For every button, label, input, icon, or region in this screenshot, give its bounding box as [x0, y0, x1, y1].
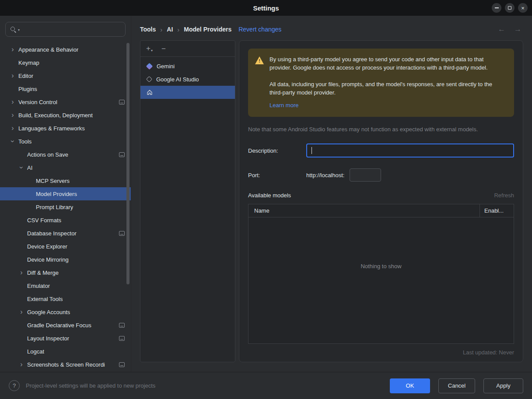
sidebar-item-label: Model Providers [36, 191, 77, 197]
help-icon: ? [13, 382, 16, 389]
provider-item[interactable]: Gemini [140, 60, 235, 73]
chevron-icon[interactable]: › [7, 70, 18, 81]
add-dropdown-icon: ▾ [151, 49, 153, 52]
chevron-icon[interactable]: › [7, 44, 18, 55]
sidebar-item[interactable]: MCP Servers [0, 174, 131, 187]
apply-button[interactable]: Apply [483, 378, 523, 393]
cancel-button[interactable]: Cancel [438, 378, 475, 393]
sidebar-item[interactable]: Device Mirroring [0, 253, 131, 266]
chevron-icon[interactable]: › [16, 359, 27, 370]
sidebar-item-label: Gradle Declarative Focus [27, 322, 91, 329]
port-label: Port: [248, 172, 306, 178]
sidebar-item[interactable]: Emulator [0, 279, 131, 292]
close-icon: × [521, 5, 525, 11]
maximize-icon [508, 6, 511, 10]
window-controls: × [492, 3, 528, 13]
forward-icon[interactable]: → [514, 25, 522, 34]
revert-changes-link[interactable]: Revert changes [238, 26, 281, 33]
chevron-icon [16, 319, 27, 331]
chevron-icon[interactable]: › [16, 267, 27, 278]
port-input[interactable] [350, 168, 381, 182]
search-icon [10, 26, 17, 33]
chevron-icon [7, 83, 18, 94]
sidebar-item-label: Google Accounts [27, 309, 70, 315]
sidebar-item[interactable]: Prompt Library [0, 200, 131, 214]
chevron-icon [16, 228, 27, 239]
sidebar-item[interactable]: ›Google Accounts [0, 305, 131, 318]
sidebar-item-label: Keymap [18, 60, 39, 66]
sidebar-item[interactable]: ›Build, Execution, Deployment [0, 108, 131, 122]
chevron-icon[interactable]: › [16, 162, 27, 173]
sidebar-scrollbar[interactable] [126, 43, 130, 284]
chevron-icon[interactable]: › [16, 306, 27, 318]
sidebar-item[interactable]: ›Screenshots & Screen Recordi [0, 358, 131, 371]
sidebar-item[interactable]: Plugins [0, 82, 131, 95]
model-providers-panels: +▾ − GeminiGoogle AI Studio ! By using a… [140, 40, 523, 362]
description-input[interactable] [307, 147, 513, 154]
description-label: Description: [248, 147, 306, 154]
sidebar-item[interactable]: Model Providers [0, 187, 131, 200]
sidebar-item[interactable]: CSV Formats [0, 214, 131, 227]
ok-button[interactable]: OK [390, 378, 430, 393]
search-dropdown-icon[interactable]: ▾ [18, 28, 20, 32]
close-button[interactable]: × [518, 3, 528, 13]
breadcrumb-ai[interactable]: AI [167, 26, 173, 33]
remove-provider-button[interactable]: − [161, 45, 166, 52]
sidebar-item-label: MCP Servers [36, 178, 70, 184]
sidebar-item[interactable]: Layout Inspector [0, 332, 131, 345]
sidebar-item[interactable]: Actions on Save [0, 148, 131, 161]
maximize-button[interactable] [505, 3, 514, 13]
settings-sidebar: ▾ ›Appearance & BehaviorKeymap›EditorPlu… [0, 16, 131, 372]
breadcrumb-tools[interactable]: Tools [140, 26, 156, 33]
sidebar-item-label: Diff & Merge [27, 270, 59, 276]
warning-paragraph-2: All data, including your files, prompts,… [270, 80, 506, 97]
sidebar-item[interactable]: Database Inspector [0, 227, 131, 240]
sidebar-tree: ›Appearance & BehaviorKeymap›EditorPlugi… [0, 43, 131, 371]
sidebar-item[interactable]: Keymap [0, 56, 131, 69]
chevron-icon[interactable]: › [7, 109, 18, 121]
sidebar-item[interactable]: Logcat [0, 345, 131, 358]
provider-detail-panel: ! By using a third-party model you agree… [239, 40, 523, 362]
localhost-prefix: http://localhost: [306, 172, 344, 178]
back-icon[interactable]: ← [498, 25, 505, 34]
available-models-row: Available models Refresh [248, 192, 514, 199]
sidebar-item[interactable]: ›AI [0, 161, 131, 174]
breadcrumb-model-providers[interactable]: Model Providers [184, 26, 231, 33]
chevron-icon[interactable]: › [7, 96, 18, 108]
chevron-icon[interactable]: › [7, 122, 18, 134]
sidebar-item[interactable]: ›Diff & Merge [0, 266, 131, 279]
provider-item[interactable] [140, 86, 235, 99]
chevron-icon[interactable]: › [7, 136, 18, 147]
sidebar-item[interactable]: ›Editor [0, 69, 131, 82]
sidebar-item[interactable]: ›Tools [0, 135, 131, 148]
models-table-body: Nothing to show [248, 217, 514, 343]
sidebar-item[interactable]: Device Explorer [0, 240, 131, 253]
add-provider-button[interactable]: +▾ [146, 45, 153, 52]
sidebar-item[interactable]: External Tools [0, 292, 131, 305]
chevron-icon [16, 293, 27, 304]
minimize-button[interactable] [492, 3, 501, 13]
provider-item[interactable]: Google AI Studio [140, 73, 235, 86]
sidebar-item[interactable]: ›Version Control [0, 95, 131, 108]
minus-icon: − [161, 45, 166, 52]
learn-more-link[interactable]: Learn more [270, 102, 298, 110]
column-header-enabled[interactable]: Enabl... [480, 204, 514, 217]
sidebar-item-label: Layout Inspector [27, 335, 69, 342]
sidebar-item[interactable]: ›Appearance & Behavior [0, 43, 131, 56]
available-models-label: Available models [248, 192, 291, 199]
google-ai-studio-icon [146, 76, 152, 82]
breadcrumb-separator-icon: › [160, 26, 162, 33]
settings-search-box[interactable]: ▾ [5, 22, 126, 37]
sidebar-item-label: Build, Execution, Deployment [18, 112, 93, 119]
third-party-warning-banner: ! By using a third-party model you agree… [248, 49, 514, 117]
sidebar-item-label: Languages & Frameworks [18, 125, 85, 132]
history-nav: ← → [498, 25, 523, 34]
help-button[interactable]: ? [9, 380, 20, 391]
window-title: Settings [253, 4, 279, 12]
search-input[interactable] [23, 26, 121, 33]
sidebar-item[interactable]: Gradle Declarative Focus [0, 318, 131, 332]
column-header-name[interactable]: Name [248, 204, 480, 217]
refresh-button[interactable]: Refresh [494, 192, 514, 199]
sidebar-item[interactable]: ›Languages & Frameworks [0, 122, 131, 135]
sidebar-item-label: Database Inspector [27, 230, 77, 237]
